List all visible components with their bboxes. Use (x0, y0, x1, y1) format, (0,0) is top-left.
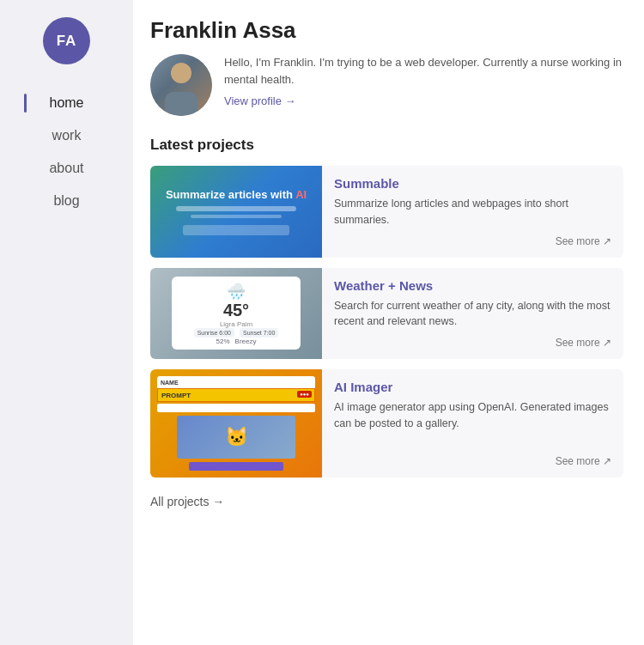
profile-bio: Hello, I'm Franklin. I'm trying to be a … (224, 54, 623, 107)
sidebar-item-work[interactable]: work (0, 121, 133, 150)
see-more-summable[interactable]: See more ↗ (556, 235, 611, 247)
profile-photo (150, 54, 212, 116)
weather-percent1: 52% (216, 338, 230, 345)
profile-photo-inner (150, 54, 212, 116)
section-title: Latest projects (150, 137, 623, 154)
view-profile-link[interactable]: View profile → (224, 94, 623, 107)
projects-list: Summarize articles with AI Summable Summ… (150, 166, 623, 478)
profile-header: Franklin Assa Hello, I'm Franklin. I'm t… (150, 17, 623, 116)
avatar: FA (43, 17, 90, 64)
project-thumbnail-weather: 🌧️ 45° Ligra Palm Sunrise 6:00 Sunset 7:… (150, 268, 322, 360)
thumb-weather: 🌧️ 45° Ligra Palm Sunrise 6:00 Sunset 7:… (150, 268, 322, 360)
person-head-shape (171, 63, 191, 83)
weather-mini1: Sunrise 6:00 (194, 328, 234, 338)
see-more-weather[interactable]: See more ↗ (556, 337, 611, 349)
see-more-ai-imager[interactable]: See more ↗ (556, 455, 611, 467)
thumb-ai-imager: NAME PROMPT ●●● 🐱 (150, 369, 322, 478)
project-thumbnail-summable: Summarize articles with AI (150, 166, 322, 258)
weather-rain-icon: 🌧️ (227, 282, 246, 301)
thumb-summable: Summarize articles with AI (150, 166, 322, 258)
weather-mini2: Sunset 7:00 (240, 328, 278, 338)
project-desc-summable: Summarize long articles and webpages int… (334, 196, 611, 228)
profile-row: Hello, I'm Franklin. I'm trying to be a … (150, 54, 623, 116)
thumb-summable-bar2 (191, 215, 282, 218)
sidebar-item-about[interactable]: about (0, 154, 133, 183)
ai-imager-input-row (157, 404, 315, 412)
project-title-summable: Summable (334, 176, 611, 191)
main-content: Franklin Assa Hello, I'm Franklin. I'm t… (133, 0, 644, 645)
weather-percent-row: 52% Breezy (177, 338, 295, 345)
bio-text: Hello, I'm Franklin. I'm trying to be a … (224, 54, 623, 88)
project-thumbnail-ai-imager: NAME PROMPT ●●● 🐱 (150, 369, 322, 478)
ai-imager-header: NAME (157, 376, 315, 388)
profile-name: Franklin Assa (150, 17, 623, 44)
project-title-weather: Weather + News (334, 278, 611, 293)
ai-imager-image-box: 🐱 (177, 416, 295, 459)
project-info-summable: Summable Summarize long articles and web… (322, 166, 623, 258)
latest-projects-section: Latest projects Summarize articles with … (150, 137, 623, 508)
project-info-weather: Weather + News Search for current weathe… (322, 268, 623, 360)
thumb-summable-bar1 (176, 206, 297, 211)
ai-imager-btn: ●●● (297, 391, 312, 398)
project-card-weather: 🌧️ 45° Ligra Palm Sunrise 6:00 Sunset 7:… (150, 268, 623, 360)
sidebar-item-home[interactable]: home (0, 88, 133, 118)
sidebar: FA home work about blog (0, 0, 133, 645)
thumb-summable-button (183, 225, 289, 235)
weather-city: Ligra Palm (220, 320, 252, 328)
all-projects-link[interactable]: All projects → (150, 495, 623, 508)
person-body-shape (165, 92, 197, 116)
thumb-summable-headline: Summarize articles with AI (166, 188, 307, 201)
project-desc-weather: Search for current weather of any city, … (334, 298, 611, 331)
weather-percent2: Breezy (235, 338, 257, 345)
project-card-ai-imager: NAME PROMPT ●●● 🐱 (150, 369, 623, 478)
weather-row: Sunrise 6:00 Sunset 7:00 (177, 328, 295, 338)
project-info-ai-imager: AI Imager AI image generator app using O… (322, 369, 623, 478)
project-desc-ai-imager: AI image generator app using OpenAI. Gen… (334, 399, 611, 432)
weather-card-inner: 🌧️ 45° Ligra Palm Sunrise 6:00 Sunset 7:… (172, 277, 301, 350)
ai-imager-cat-icon: 🐱 (225, 426, 248, 448)
sidebar-item-blog[interactable]: blog (0, 186, 133, 216)
ai-imager-generate-btn (189, 462, 283, 471)
thumb-ai-label: AI (295, 188, 307, 201)
project-title-ai-imager: AI Imager (334, 380, 611, 394)
page-container: FA home work about blog Franklin Assa He… (0, 0, 644, 645)
ai-imager-prompt-bar: PROMPT ●●● (157, 388, 315, 402)
weather-temp: 45° (223, 301, 249, 320)
project-card-summable: Summarize articles with AI Summable Summ… (150, 166, 623, 258)
nav-links: home work about blog (0, 88, 133, 216)
